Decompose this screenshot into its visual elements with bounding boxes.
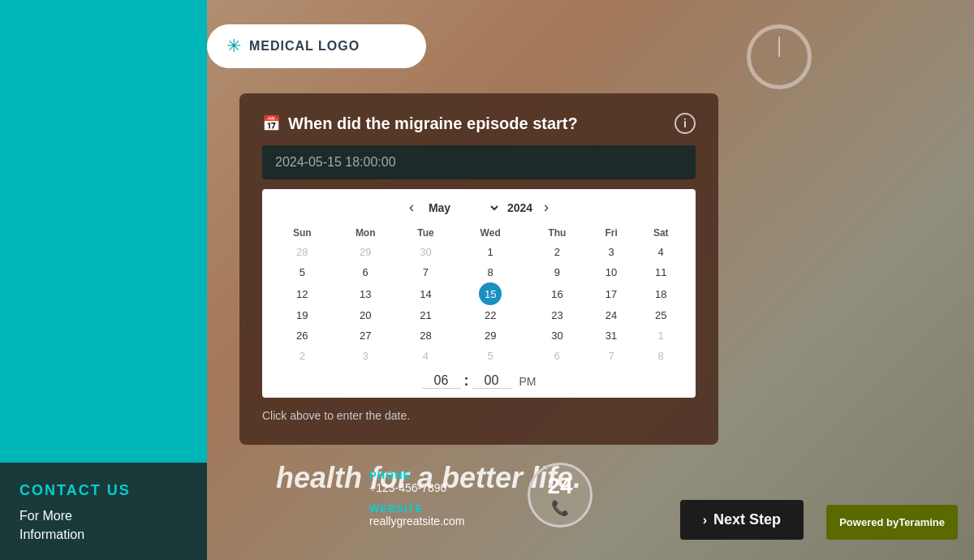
day-header-sun: Sun [272, 224, 333, 242]
calendar-day[interactable]: 21 [399, 305, 453, 325]
calendar-day[interactable]: 1 [636, 325, 686, 346]
calendar-day[interactable]: 15 [453, 282, 528, 305]
contact-title: CONTACT US [19, 482, 187, 499]
info-icon[interactable]: i [674, 113, 696, 134]
calendar-day[interactable]: 25 [636, 305, 686, 325]
modal-header: 📅 When did the migraine episode start? i [262, 113, 696, 134]
calendar-day[interactable]: 2 [272, 346, 333, 366]
calendar-day[interactable]: 13 [333, 282, 399, 305]
time-row: : PM [272, 373, 686, 390]
calendar-day[interactable]: 22 [453, 305, 528, 325]
calendar-day[interactable]: 28 [272, 242, 333, 262]
calendar-day[interactable]: 19 [272, 305, 333, 325]
calendar-day[interactable]: 3 [333, 346, 399, 366]
calendar-day[interactable]: 8 [453, 262, 528, 282]
contact-section: CONTACT US For MoreInformation [0, 463, 207, 560]
next-step-arrow: › [703, 513, 707, 528]
calendar-year: 2024 [507, 201, 532, 214]
calendar-day[interactable]: 5 [272, 262, 333, 282]
calendar-day[interactable]: 6 [333, 262, 399, 282]
calendar-grid: Sun Mon Tue Wed Thu Fri Sat 282930123456… [272, 224, 686, 366]
date-input[interactable] [262, 145, 696, 179]
modal-title: When did the migraine episode start? [288, 114, 578, 133]
calendar-day[interactable]: 5 [453, 346, 528, 366]
time-separator: : [464, 373, 469, 390]
badge-24: 24 📞 [528, 463, 593, 528]
calendar-day[interactable]: 23 [528, 305, 586, 325]
calendar-inner: ‹ May January February March April June … [262, 189, 696, 398]
contact-info: PHONE +123-456-7890 WEBSITE reallygreats… [369, 469, 465, 536]
logo-text: MEDICAL LOGO [249, 39, 360, 54]
calendar-day[interactable]: 9 [528, 262, 586, 282]
website-label: WEBSITE [369, 502, 465, 515]
calendar-day[interactable]: 20 [333, 305, 399, 325]
calendar-day[interactable]: 24 [587, 305, 636, 325]
calendar-day[interactable]: 11 [636, 262, 686, 282]
modal-help-text: Click above to enter the date. [262, 409, 696, 422]
prev-month-button[interactable]: ‹ [404, 197, 419, 218]
phone-label: PHONE [369, 469, 465, 481]
calendar-day[interactable]: 30 [399, 242, 453, 262]
calendar-day[interactable]: 7 [399, 262, 453, 282]
calendar-day[interactable]: 18 [636, 282, 686, 305]
calendar-day[interactable]: 14 [399, 282, 453, 305]
powered-by-prefix: Powered by [839, 516, 899, 528]
calendar-day[interactable]: 1 [453, 242, 528, 262]
calendar-day[interactable]: 4 [636, 242, 686, 262]
calendar-day[interactable]: 3 [587, 242, 636, 262]
calendar-day[interactable]: 31 [587, 325, 636, 346]
calendar-navigation: ‹ May January February March April June … [272, 197, 686, 218]
calendar-day[interactable]: 7 [587, 346, 636, 366]
powered-by-brand: Teramine [899, 516, 945, 528]
phone-value: +123-456-7890 [369, 481, 465, 494]
day-header-thu: Thu [528, 224, 586, 242]
logo-icon: ✳ [226, 36, 241, 57]
clock-decoration [747, 24, 812, 89]
calendar-day[interactable]: 30 [528, 325, 586, 346]
calendar-day[interactable]: 17 [587, 282, 636, 305]
logo-bar: ✳ MEDICAL LOGO [207, 24, 426, 68]
next-month-button[interactable]: › [539, 197, 554, 218]
calendar-day[interactable]: 6 [528, 346, 586, 366]
hour-input[interactable] [422, 373, 461, 389]
next-step-label: Next Step [713, 511, 781, 528]
calendar-day[interactable]: 29 [333, 242, 399, 262]
calendar-day[interactable]: 16 [528, 282, 586, 305]
month-select[interactable]: May January February March April June Ju… [425, 200, 501, 215]
calendar-day[interactable]: 29 [453, 325, 528, 346]
modal-title-row: 📅 When did the migraine episode start? [262, 114, 578, 133]
day-header-wed: Wed [453, 224, 528, 242]
day-header-sat: Sat [636, 224, 686, 242]
website-value: reallygreatsite.com [369, 515, 465, 528]
minute-input[interactable] [472, 373, 511, 389]
badge-24-phone-icon: 📞 [551, 499, 569, 517]
day-header-fri: Fri [587, 224, 636, 242]
next-step-button[interactable]: › Next Step [680, 500, 804, 540]
calendar-day[interactable]: 10 [587, 262, 636, 282]
powered-by: Powered byTeramine [826, 505, 958, 540]
calendar-icon: 📅 [262, 114, 280, 132]
calendar-day[interactable]: 12 [272, 282, 333, 305]
day-header-mon: Mon [333, 224, 399, 242]
badge-24-number: 24 [547, 473, 572, 499]
contact-description: For MoreInformation [19, 507, 187, 544]
calendar-day[interactable]: 27 [333, 325, 399, 346]
calendar-day[interactable]: 28 [399, 325, 453, 346]
calendar-day[interactable]: 4 [399, 346, 453, 366]
background-text: health for a better life. [260, 461, 974, 495]
calendar-day[interactable]: 26 [272, 325, 333, 346]
day-header-tue: Tue [399, 224, 453, 242]
calendar-modal: 📅 When did the migraine episode start? i… [239, 93, 718, 445]
time-ampm: PM [519, 375, 537, 388]
calendar-day[interactable]: 2 [528, 242, 586, 262]
calendar-day[interactable]: 8 [636, 346, 686, 366]
